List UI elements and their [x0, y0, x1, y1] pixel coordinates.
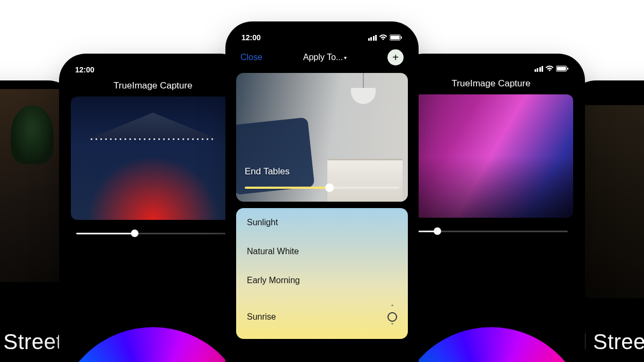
location-title: anal Street — [0, 330, 62, 354]
wifi-icon — [379, 34, 387, 41]
color-wheel[interactable] — [64, 327, 241, 362]
svg-rect-5 — [567, 68, 568, 70]
plus-icon: + — [392, 51, 399, 64]
status-bar: 12:00 — [64, 59, 241, 77]
wifi-icon — [545, 65, 554, 72]
location-title: l Street — [582, 330, 644, 354]
cellular-signal-icon — [535, 66, 544, 72]
phone-showcase: anal Street Room 12:00 TrueImage Capture… — [0, 0, 644, 362]
chevron-down-icon[interactable]: ˅ — [391, 323, 394, 329]
status-bar — [574, 86, 644, 102]
room-preview-image — [0, 89, 64, 282]
preset-item[interactable]: Natural White — [236, 237, 408, 266]
slider-thumb[interactable] — [131, 230, 138, 237]
table-graphic — [327, 159, 402, 202]
color-wheel[interactable] — [402, 327, 580, 362]
header-bar: Close Apply To... ▾ + — [231, 45, 413, 73]
battery-icon — [556, 65, 569, 72]
preset-item[interactable]: Sunlight — [236, 208, 408, 237]
preset-label: Sunrise — [247, 312, 276, 322]
preset-label: Sunlight — [247, 218, 278, 227]
screen-title: TrueImage Capture — [64, 77, 241, 97]
slider-thumb[interactable] — [325, 183, 334, 192]
preset-label: Early Morning — [247, 276, 300, 285]
white-presets-list: Sunlight Natural White Early Morning Sun… — [236, 208, 408, 339]
device-group-label: End Tables — [245, 166, 290, 177]
lamp-graphic — [363, 73, 364, 89]
status-bar — [402, 59, 580, 75]
room-preview-card[interactable]: End Tables — [236, 73, 408, 202]
phone-center: 12:00 Close Apply To... ▾ + — [231, 27, 413, 362]
capture-preview-image[interactable] — [71, 97, 235, 220]
status-bar: 12:00 — [231, 27, 413, 45]
apply-to-dropdown[interactable]: Apply To... ▾ — [303, 53, 347, 62]
slider-track — [76, 233, 230, 234]
phone-mid-left: 12:00 TrueImage Capture — [64, 59, 241, 362]
slider-thumb[interactable] — [434, 227, 441, 235]
chevron-up-icon[interactable]: ˄ — [391, 305, 394, 311]
phone-far-right: l Street — [574, 86, 644, 362]
close-button[interactable]: Close — [240, 53, 262, 62]
selection-ring-icon — [387, 312, 397, 322]
room-preview-image — [580, 105, 644, 298]
status-time: 12:00 — [75, 65, 94, 74]
preset-label: Natural White — [247, 247, 299, 256]
brightness-slider[interactable] — [414, 226, 568, 237]
apply-to-label: Apply To... — [303, 53, 343, 62]
preset-stepper[interactable]: ˄ ˅ — [387, 305, 397, 329]
svg-rect-1 — [391, 36, 400, 40]
preset-item[interactable]: Early Morning — [236, 266, 408, 295]
status-time: 12:00 — [241, 33, 261, 42]
cellular-signal-icon — [368, 35, 377, 41]
screen-title: TrueImage Capture — [402, 75, 580, 94]
string-lights — [91, 138, 216, 140]
house-graphic — [87, 113, 219, 139]
brightness-slider[interactable] — [76, 228, 230, 239]
battery-icon — [390, 34, 402, 41]
capture-preview-image[interactable] — [409, 94, 573, 218]
chevron-down-icon: ▾ — [344, 55, 347, 61]
svg-rect-4 — [557, 67, 566, 71]
phone-mid-right: TrueImage Capture — [402, 59, 580, 362]
decor-plant — [11, 105, 54, 164]
brightness-slider[interactable] — [245, 187, 399, 189]
preset-item[interactable]: Sunrise ˄ ˅ — [236, 295, 408, 339]
svg-rect-2 — [401, 36, 402, 39]
phone-far-left: anal Street Room — [0, 86, 70, 362]
add-button[interactable]: + — [387, 49, 404, 65]
